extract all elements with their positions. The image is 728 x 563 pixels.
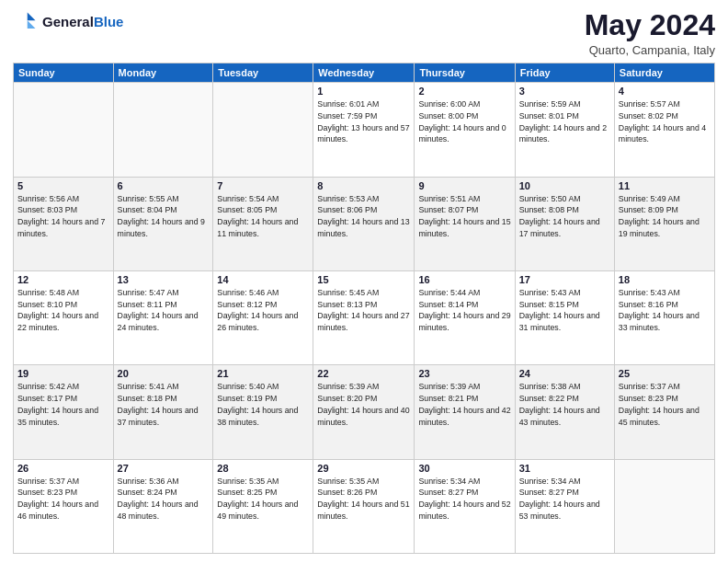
table-row: 23Sunrise: 5:39 AMSunset: 8:21 PMDayligh…	[415, 365, 515, 459]
day-info: Sunrise: 5:34 AMSunset: 8:27 PMDaylight:…	[519, 476, 610, 523]
day-info: Sunrise: 5:37 AMSunset: 8:23 PMDaylight:…	[619, 381, 711, 428]
day-number: 7	[217, 180, 309, 191]
col-tuesday: Tuesday	[213, 63, 313, 83]
table-row: 31Sunrise: 5:34 AMSunset: 8:27 PMDayligh…	[515, 459, 614, 553]
table-row	[213, 83, 313, 177]
table-row: 22Sunrise: 5:39 AMSunset: 8:20 PMDayligh…	[313, 365, 415, 459]
day-info: Sunrise: 6:00 AMSunset: 8:00 PMDaylight:…	[418, 98, 510, 145]
table-row: 20Sunrise: 5:41 AMSunset: 8:18 PMDayligh…	[113, 365, 213, 459]
day-info: Sunrise: 5:55 AMSunset: 8:04 PMDaylight:…	[118, 193, 210, 240]
table-row: 29Sunrise: 5:35 AMSunset: 8:26 PMDayligh…	[313, 459, 415, 553]
table-row	[113, 83, 213, 177]
table-row: 3Sunrise: 5:59 AMSunset: 8:01 PMDaylight…	[515, 83, 614, 177]
day-number: 30	[418, 463, 510, 474]
day-info: Sunrise: 5:40 AMSunset: 8:19 PMDaylight:…	[217, 381, 309, 428]
day-number: 3	[519, 86, 610, 97]
day-info: Sunrise: 5:45 AMSunset: 8:13 PMDaylight:…	[317, 287, 410, 334]
day-number: 18	[619, 274, 711, 285]
day-number: 21	[217, 368, 309, 379]
calendar-week-row: 26Sunrise: 5:37 AMSunset: 8:23 PMDayligh…	[14, 459, 715, 553]
logo: GeneralBlue	[13, 9, 123, 35]
day-number: 31	[519, 463, 610, 474]
day-number: 10	[519, 180, 610, 191]
table-row: 19Sunrise: 5:42 AMSunset: 8:17 PMDayligh…	[14, 365, 114, 459]
calendar-week-row: 1Sunrise: 6:01 AMSunset: 7:59 PMDaylight…	[14, 83, 715, 177]
table-row: 17Sunrise: 5:43 AMSunset: 8:15 PMDayligh…	[515, 270, 614, 364]
day-number: 2	[418, 86, 510, 97]
table-row: 27Sunrise: 5:36 AMSunset: 8:24 PMDayligh…	[113, 459, 213, 553]
table-row: 28Sunrise: 5:35 AMSunset: 8:25 PMDayligh…	[213, 459, 313, 553]
svg-marker-0	[28, 13, 36, 21]
col-thursday: Thursday	[415, 63, 515, 83]
logo-icon	[13, 9, 39, 35]
day-info: Sunrise: 5:37 AMSunset: 8:23 PMDaylight:…	[17, 476, 109, 523]
day-info: Sunrise: 5:47 AMSunset: 8:11 PMDaylight:…	[118, 287, 210, 334]
day-number: 5	[17, 180, 109, 191]
table-row: 9Sunrise: 5:51 AMSunset: 8:07 PMDaylight…	[415, 177, 515, 270]
day-info: Sunrise: 5:44 AMSunset: 8:14 PMDaylight:…	[418, 287, 510, 334]
day-info: Sunrise: 5:56 AMSunset: 8:03 PMDaylight:…	[17, 193, 109, 240]
day-info: Sunrise: 5:59 AMSunset: 8:01 PMDaylight:…	[519, 98, 610, 145]
day-info: Sunrise: 5:36 AMSunset: 8:24 PMDaylight:…	[118, 476, 210, 523]
table-row: 16Sunrise: 5:44 AMSunset: 8:14 PMDayligh…	[415, 270, 515, 364]
col-wednesday: Wednesday	[313, 63, 415, 83]
table-row: 30Sunrise: 5:34 AMSunset: 8:27 PMDayligh…	[415, 459, 515, 553]
table-row: 7Sunrise: 5:54 AMSunset: 8:05 PMDaylight…	[213, 177, 313, 270]
table-row	[14, 83, 114, 177]
calendar-table: Sunday Monday Tuesday Wednesday Thursday…	[13, 63, 715, 554]
svg-marker-1	[28, 20, 36, 29]
calendar-week-row: 5Sunrise: 5:56 AMSunset: 8:03 PMDaylight…	[14, 177, 715, 270]
col-sunday: Sunday	[14, 63, 114, 83]
logo-general: General	[42, 14, 94, 29]
day-number: 9	[418, 180, 510, 191]
col-saturday: Saturday	[614, 63, 714, 83]
day-number: 16	[418, 274, 510, 285]
day-info: Sunrise: 5:35 AMSunset: 8:26 PMDaylight:…	[317, 476, 410, 523]
day-number: 15	[317, 274, 410, 285]
table-row: 4Sunrise: 5:57 AMSunset: 8:02 PMDaylight…	[614, 83, 714, 177]
calendar-week-row: 12Sunrise: 5:48 AMSunset: 8:10 PMDayligh…	[14, 270, 715, 364]
title-block: May 2024 Quarto, Campania, Italy	[585, 9, 715, 57]
table-row: 13Sunrise: 5:47 AMSunset: 8:11 PMDayligh…	[113, 270, 213, 364]
table-row: 11Sunrise: 5:49 AMSunset: 8:09 PMDayligh…	[614, 177, 714, 270]
day-info: Sunrise: 5:53 AMSunset: 8:06 PMDaylight:…	[317, 193, 410, 240]
day-number: 23	[418, 368, 510, 379]
table-row: 25Sunrise: 5:37 AMSunset: 8:23 PMDayligh…	[614, 365, 714, 459]
header: GeneralBlue May 2024 Quarto, Campania, I…	[13, 9, 715, 57]
day-number: 28	[217, 463, 309, 474]
table-row: 15Sunrise: 5:45 AMSunset: 8:13 PMDayligh…	[313, 270, 415, 364]
table-row: 5Sunrise: 5:56 AMSunset: 8:03 PMDaylight…	[14, 177, 114, 270]
day-number: 26	[17, 463, 109, 474]
day-info: Sunrise: 5:42 AMSunset: 8:17 PMDaylight:…	[17, 381, 109, 428]
calendar-week-row: 19Sunrise: 5:42 AMSunset: 8:17 PMDayligh…	[14, 365, 715, 459]
day-number: 20	[118, 368, 210, 379]
table-row: 24Sunrise: 5:38 AMSunset: 8:22 PMDayligh…	[515, 365, 614, 459]
day-info: Sunrise: 5:41 AMSunset: 8:18 PMDaylight:…	[118, 381, 210, 428]
table-row	[614, 459, 714, 553]
day-info: Sunrise: 5:51 AMSunset: 8:07 PMDaylight:…	[418, 193, 510, 240]
day-number: 6	[118, 180, 210, 191]
col-friday: Friday	[515, 63, 614, 83]
table-row: 21Sunrise: 5:40 AMSunset: 8:19 PMDayligh…	[213, 365, 313, 459]
day-info: Sunrise: 5:54 AMSunset: 8:05 PMDaylight:…	[217, 193, 309, 240]
location: Quarto, Campania, Italy	[585, 43, 715, 57]
table-row: 12Sunrise: 5:48 AMSunset: 8:10 PMDayligh…	[14, 270, 114, 364]
table-row: 2Sunrise: 6:00 AMSunset: 8:00 PMDaylight…	[415, 83, 515, 177]
day-number: 19	[17, 368, 109, 379]
day-info: Sunrise: 5:39 AMSunset: 8:21 PMDaylight:…	[418, 381, 510, 428]
col-monday: Monday	[113, 63, 213, 83]
day-info: Sunrise: 5:35 AMSunset: 8:25 PMDaylight:…	[217, 476, 309, 523]
day-number: 11	[619, 180, 711, 191]
day-info: Sunrise: 5:34 AMSunset: 8:27 PMDaylight:…	[418, 476, 510, 523]
day-number: 27	[118, 463, 210, 474]
day-info: Sunrise: 5:43 AMSunset: 8:15 PMDaylight:…	[519, 287, 610, 334]
month-title: May 2024	[585, 9, 715, 41]
day-number: 14	[217, 274, 309, 285]
calendar-page: GeneralBlue May 2024 Quarto, Campania, I…	[0, 0, 728, 563]
day-number: 13	[118, 274, 210, 285]
day-info: Sunrise: 5:46 AMSunset: 8:12 PMDaylight:…	[217, 287, 309, 334]
table-row: 6Sunrise: 5:55 AMSunset: 8:04 PMDaylight…	[113, 177, 213, 270]
day-info: Sunrise: 5:38 AMSunset: 8:22 PMDaylight:…	[519, 381, 610, 428]
day-number: 22	[317, 368, 410, 379]
table-row: 26Sunrise: 5:37 AMSunset: 8:23 PMDayligh…	[14, 459, 114, 553]
